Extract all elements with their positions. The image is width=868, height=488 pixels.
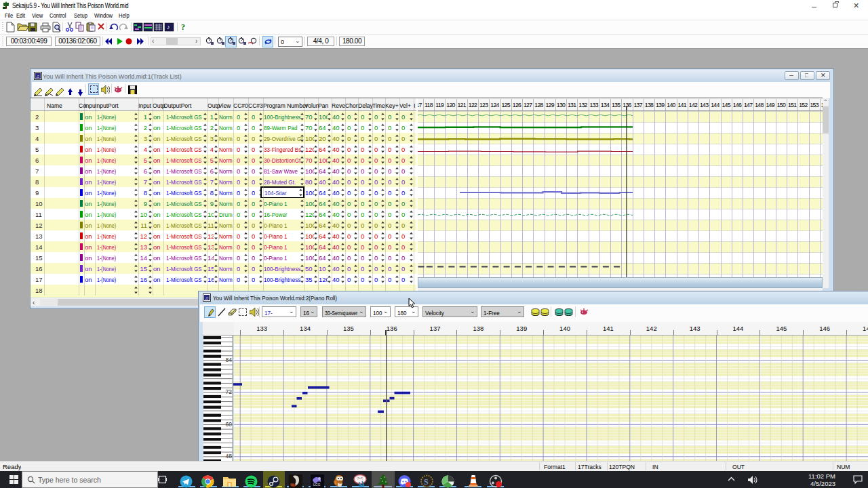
svg-text:S: S: [424, 477, 429, 487]
svg-text:60: 60: [226, 421, 233, 428]
svg-text:♫: ♫: [205, 296, 208, 300]
svg-text:III: III: [290, 483, 294, 487]
svg-text:84: 84: [226, 357, 233, 363]
svg-text:LCG: LCG: [313, 483, 320, 487]
svg-text:72: 72: [226, 388, 233, 395]
svg-text:48: 48: [226, 453, 233, 460]
